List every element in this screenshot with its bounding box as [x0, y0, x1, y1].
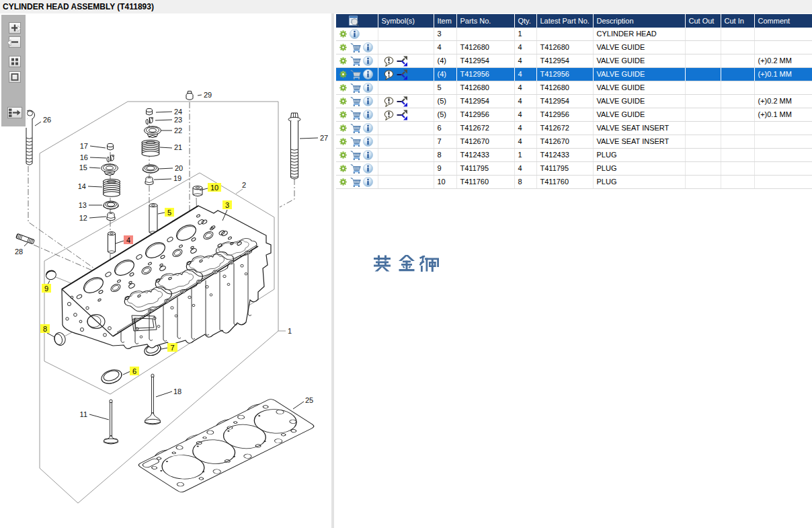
svg-text:17: 17	[80, 142, 88, 150]
svg-text:12: 12	[79, 214, 87, 222]
svg-text:26: 26	[43, 116, 51, 124]
svg-text:1: 1	[288, 327, 292, 335]
svg-text:16: 16	[80, 153, 88, 161]
svg-text:11: 11	[80, 410, 87, 418]
svg-text:19: 19	[173, 174, 181, 182]
svg-text:27: 27	[320, 134, 328, 142]
svg-text:20: 20	[175, 164, 183, 172]
svg-text:9: 9	[44, 285, 48, 293]
svg-text:25: 25	[305, 396, 313, 404]
svg-text:29: 29	[204, 91, 212, 99]
svg-text:10: 10	[210, 184, 218, 192]
svg-text:8: 8	[43, 325, 47, 333]
svg-text:2: 2	[242, 181, 246, 189]
svg-text:3: 3	[225, 201, 229, 209]
svg-text:21: 21	[174, 143, 182, 151]
svg-text:14: 14	[78, 182, 86, 190]
svg-text:7: 7	[170, 344, 174, 352]
svg-text:5: 5	[167, 209, 171, 217]
svg-text:24: 24	[174, 108, 182, 116]
svg-text:28: 28	[15, 248, 23, 256]
svg-text:22: 22	[174, 126, 182, 135]
svg-text:18: 18	[173, 387, 181, 395]
svg-text:4: 4	[126, 236, 130, 244]
svg-text:6: 6	[132, 367, 136, 375]
svg-text:23: 23	[174, 116, 182, 124]
svg-text:13: 13	[79, 201, 87, 209]
svg-text:15: 15	[79, 163, 87, 172]
